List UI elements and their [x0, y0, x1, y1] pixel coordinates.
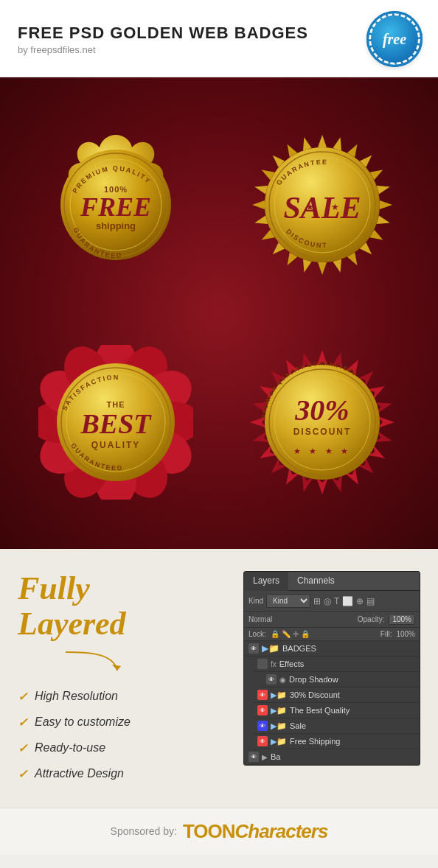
layer-name-effects: Effects: [279, 659, 415, 668]
check-icon-2: ✓: [18, 715, 27, 729]
T-icon: T: [334, 596, 339, 606]
normal-label: Normal: [248, 615, 272, 623]
layer-name-free: Free Shipping: [290, 737, 415, 746]
arrow-curve-icon: [62, 648, 121, 678]
lock-move-icon: ✛: [293, 630, 299, 638]
layer-30-discount[interactable]: 👁 ▶📁 30% Discount: [253, 687, 420, 703]
folder-icon-sale: ▶📁: [271, 721, 287, 731]
tab-channels[interactable]: Channels: [288, 572, 344, 590]
layers-tabs: Layers Channels: [244, 572, 420, 591]
svg-marker-27: [254, 182, 268, 194]
effects-icon: fx: [271, 660, 277, 668]
layer-badges[interactable]: 👁 ▶📁 BADGES: [244, 641, 420, 657]
folder-icon-badges: ▶📁: [262, 643, 279, 654]
layer-vis-shadow: 👁: [266, 674, 277, 685]
svg-marker-13: [377, 182, 392, 194]
kind-select[interactable]: Kind: [266, 594, 310, 608]
page-header: FREE PSD GOLDEN WEB BADGES by freepsdfil…: [0, 0, 438, 77]
badge-free-shipping: PREMIUM QUALITY GUARANTEED 100% FREE shi…: [24, 113, 208, 297]
shadow-icon: ◉: [279, 676, 286, 684]
svg-text:DISCOUNT: DISCOUNT: [293, 427, 352, 437]
opacity-value: 100%: [389, 614, 415, 625]
sponsor-bar: Sponsored by: TOONCharacters: [0, 808, 438, 855]
layer-best-quality[interactable]: 👁 ▶📁 The Best Quality: [253, 703, 420, 718]
page-title: FREE PSD GOLDEN WEB BADGES: [18, 24, 308, 43]
layer-vis-best: 👁: [257, 705, 268, 715]
feature-list: ✓ High Resolution ✓ Easy to customize ✓ …: [18, 690, 229, 781]
layer-sale[interactable]: 👁 ▶📁 Sale: [253, 718, 420, 734]
layer-vis-sale: 👁: [257, 721, 268, 731]
feature-easy-customize-text: Easy to customize: [35, 715, 131, 729]
opacity-label: Opacity:: [358, 615, 385, 623]
layer-name-30: 30% Discount: [290, 690, 415, 699]
layer-vis-30: 👁: [257, 690, 268, 700]
svg-text:shipping: shipping: [96, 220, 136, 231]
free-badge: free: [369, 13, 420, 65]
kind-label: Kind: [248, 597, 263, 605]
smart-icon: ⊕: [356, 596, 364, 606]
layer-vis-badges: 👁: [248, 643, 259, 654]
eye-icon: ◎: [324, 596, 331, 606]
page-subtitle: by freepsdfiles.net: [18, 44, 308, 55]
layer-free-shipping[interactable]: 👁 ▶📁 Free Shipping: [253, 734, 420, 749]
folder-icon-best: ▶📁: [271, 706, 287, 715]
svg-text:★ ★ ★ ★: ★ ★ ★ ★: [293, 447, 350, 455]
shape-icon: ⬜: [342, 596, 353, 606]
layer-name-ba: Ba: [271, 752, 415, 761]
layers-panel: Layers Channels Kind Kind ⊞ ◎ T ⬜ ⊕ ▤ No…: [243, 571, 420, 766]
sponsor-label: Sponsored by:: [111, 825, 177, 837]
folder-icon-30: ▶📁: [271, 690, 287, 700]
layer-name-best: The Best Quality: [290, 706, 415, 715]
feature-easy-customize: ✓ Easy to customize: [18, 715, 229, 729]
lock-icons: 🔒 ✏️ ✛ 🔒: [271, 630, 310, 638]
feature-high-res: ✓ High Resolution: [18, 690, 229, 704]
layer-name-badges: BADGES: [282, 644, 415, 653]
feature-attractive: ✓ Attractive Design: [18, 767, 229, 781]
svg-marker-31: [300, 136, 312, 150]
feature-high-res-text: High Resolution: [35, 690, 118, 703]
fully-layered-heading: Fully Layered: [18, 571, 229, 643]
layer-vis-effects: [257, 659, 268, 669]
svg-marker-8: [318, 135, 327, 147]
layer-ba[interactable]: 👁 ▶ Ba: [244, 749, 420, 765]
check-icon-4: ✓: [18, 767, 27, 781]
lock-paint-icon: ✏️: [282, 630, 291, 638]
svg-marker-25: [254, 215, 268, 227]
svg-text:BEST: BEST: [80, 408, 152, 439]
sponsor-t: T: [183, 820, 193, 842]
sponsor-characters: Characters: [235, 820, 328, 842]
sponsor-name: TOONCharacters: [183, 820, 328, 843]
heading-line2: Layered: [18, 606, 126, 642]
feature-ready-to-use-text: Ready-to-use: [35, 741, 105, 755]
lock-label: Lock:: [248, 630, 266, 638]
svg-marker-72: [316, 477, 328, 494]
svg-text:FREE: FREE: [80, 192, 151, 222]
layer-effects[interactable]: fx Effects: [253, 657, 420, 672]
ba-icon: ▶: [262, 753, 268, 761]
badge-30pct-svg: PREMIUM QUALITY GUARANTEED 30% DISCOUNT …: [245, 345, 400, 500]
layer-vis-ba: 👁: [248, 752, 259, 762]
toggle-icon: ▤: [366, 596, 375, 606]
check-icon-1: ✓: [18, 690, 27, 704]
svg-text:30%: 30%: [294, 393, 349, 427]
svg-marker-26: [252, 200, 265, 209]
opacity-row: Normal Opacity: 100%: [244, 612, 420, 628]
feature-ready-to-use: ✓ Ready-to-use: [18, 741, 229, 755]
tab-layers[interactable]: Layers: [244, 572, 288, 591]
fill-label: Fill:: [380, 630, 392, 638]
filter-icon: ⊞: [313, 596, 321, 606]
svg-marker-14: [380, 200, 392, 209]
lock-all-icon: 🔒: [301, 630, 310, 638]
badge-best-quality: SATISFACTION GUARANTEED THE BEST QUALITY: [24, 330, 208, 514]
svg-marker-20: [318, 262, 327, 275]
layer-drop-shadow[interactable]: 👁 ◉ Drop Shadow: [262, 672, 420, 687]
svg-marker-21: [300, 259, 312, 273]
feature-attractive-text: Attractive Design: [35, 767, 124, 780]
toolbar-icons: ⊞ ◎ T ⬜ ⊕ ▤: [313, 596, 375, 606]
info-left: Fully Layered ✓ High Resolution ✓ Easy t…: [18, 571, 229, 793]
svg-marker-15: [377, 215, 392, 227]
badge-sale: GUARANTEE DISCOUNT ★ ★ SALE: [230, 113, 414, 297]
heading-line1: Fully: [18, 570, 90, 606]
lock-pos-icon: 🔒: [271, 630, 279, 638]
layer-name-sale: Sale: [290, 721, 415, 730]
